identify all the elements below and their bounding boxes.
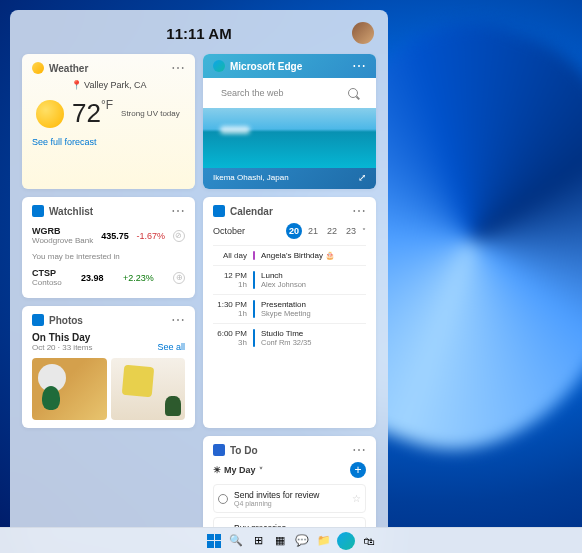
edge-icon [213,60,225,72]
todo-icon [213,444,225,456]
photos-sub: Oct 20 · 33 items [32,343,92,352]
calendar-icon [213,205,225,217]
task-view-button[interactable]: ⊞ [249,532,267,550]
todo-card[interactable]: To Do ⋯ ☀ My Day ˅ + Send invites for re… [203,436,376,535]
star-icon[interactable]: ☆ [352,493,361,504]
photo-thumbnail[interactable] [111,358,186,420]
search-placeholder: Search the web [221,88,284,98]
calendar-day[interactable]: 23 [343,224,359,238]
stock-row[interactable]: CTSPContoso 23.98 +2.23% ⊕ [32,265,185,290]
edge-caption: Ikema Ohashi, Japan [213,173,289,182]
search-icon [348,88,358,98]
weather-forecast-link[interactable]: See full forecast [32,137,185,147]
calendar-days: 20 21 22 23 ˅ [286,223,366,239]
chat-button[interactable]: 💬 [293,532,311,550]
weather-condition: Strong UV today [121,108,180,119]
sun-icon [36,100,64,128]
weather-icon [32,62,44,74]
edge-button[interactable] [337,532,355,550]
pin-icon[interactable]: ⊘ [173,230,185,242]
weather-menu[interactable]: ⋯ [171,63,185,73]
todo-title: To Do [230,445,258,456]
expand-icon[interactable]: ⤢ [358,172,366,183]
calendar-day[interactable]: 21 [305,224,321,238]
photos-heading: On This Day [32,332,92,343]
photos-menu[interactable]: ⋯ [171,315,185,325]
watchlist-title: Watchlist [49,206,93,217]
weather-location: 📍 Valley Park, CA [32,80,185,90]
todo-item[interactable]: Send invites for reviewQ4 planning ☆ [213,484,366,513]
edge-title: Microsoft Edge [230,61,302,72]
calendar-month[interactable]: October [213,226,245,236]
watchlist-icon [32,205,44,217]
photos-title: Photos [49,315,83,326]
edge-menu[interactable]: ⋯ [352,61,366,71]
widgets-button[interactable]: ▦ [271,532,289,550]
todo-add-button[interactable]: + [350,462,366,478]
explorer-button[interactable]: 📁 [315,532,333,550]
panel-time: 11:11 AM [166,25,231,42]
photos-card[interactable]: Photos ⋯ On This Day Oct 20 · 33 items S… [22,306,195,428]
calendar-day[interactable]: 22 [324,224,340,238]
stock-row[interactable]: WGRBWoodgrove Bank 435.75 -1.67% ⊘ [32,223,185,248]
calendar-day-active[interactable]: 20 [286,223,302,239]
photos-icon [32,314,44,326]
watchlist-menu[interactable]: ⋯ [171,206,185,216]
photo-thumbnail[interactable] [32,358,107,420]
watchlist-card[interactable]: Watchlist ⋯ WGRBWoodgrove Bank 435.75 -1… [22,197,195,298]
edge-image [203,108,376,168]
calendar-event[interactable]: 12 PM1h LunchAlex Johnson [213,265,366,294]
store-button[interactable]: 🛍 [359,532,377,550]
todo-menu[interactable]: ⋯ [352,445,366,455]
search-button[interactable]: 🔍 [227,532,245,550]
calendar-event[interactable]: 6:00 PM3h Studio TimeConf Rm 32/35 [213,323,366,352]
weather-temp: 72 [72,98,101,128]
taskbar: 🔍 ⊞ ▦ 💬 📁 🛍 [0,527,582,553]
calendar-menu[interactable]: ⋯ [352,206,366,216]
widgets-panel: 11:11 AM Weather ⋯ 📍 Valley Park, CA 72°… [10,10,388,535]
calendar-event[interactable]: 1:30 PM1h PresentationSkype Meeting [213,294,366,323]
panel-header: 11:11 AM [22,20,376,46]
weather-title: Weather [49,63,88,74]
start-button[interactable] [205,532,223,550]
photos-see-all-link[interactable]: See all [157,342,185,352]
todo-section[interactable]: ☀ My Day ˅ [213,465,263,475]
user-avatar[interactable] [352,22,374,44]
weather-card[interactable]: Weather ⋯ 📍 Valley Park, CA 72°F Strong … [22,54,195,189]
watchlist-interest: You may be interested in [32,252,185,261]
calendar-card[interactable]: Calendar ⋯ October 20 21 22 23 ˅ All day… [203,197,376,428]
edge-card[interactable]: Microsoft Edge ⋯ Search the web Ikema Oh… [203,54,376,189]
todo-checkbox[interactable] [218,494,228,504]
calendar-event[interactable]: All day Angela's Birthday 🎂 [213,245,366,265]
chevron-down-icon[interactable]: ˅ [362,227,366,236]
search-input[interactable]: Search the web [213,84,366,102]
pin-icon[interactable]: ⊕ [173,272,185,284]
calendar-title: Calendar [230,206,273,217]
